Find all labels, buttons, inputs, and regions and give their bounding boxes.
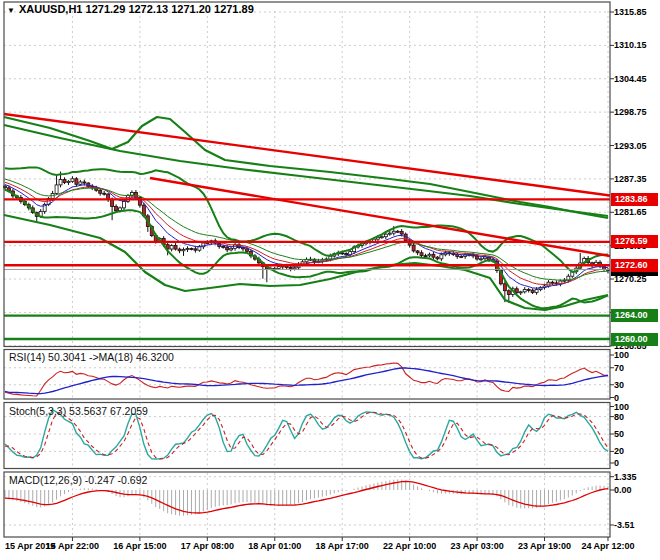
time-axis: 15 Apr 201915 Apr 22:0016 Apr 15:0017 Ap… (5, 537, 635, 551)
price-tick-label: 1281.65 (614, 207, 647, 217)
stoch-tick-label: 0 (614, 458, 619, 468)
macd-tick-label: 1.335 (614, 472, 637, 482)
support-level-badge: 1260.00 (611, 333, 658, 346)
time-tick-label: 24 Apr 12:00 (581, 541, 634, 551)
ohlc-readout: 1271.29 1272.13 1271.20 1271.89 (86, 3, 254, 15)
resistance-level-badge: 1283.86 (611, 193, 658, 206)
stoch-tick-label: 100 (614, 402, 629, 412)
time-tick-label: 18 Apr 17:00 (316, 541, 369, 551)
stoch-tick-label: 80 (614, 412, 624, 422)
stoch-pane-label: Stoch(5,3,3) 53.5637 67.2059 (9, 405, 148, 417)
macd-tick-label: -3.51 (614, 520, 635, 530)
time-tick-label: 22 Apr 10:00 (383, 541, 436, 551)
symbol-title: ▼XAUUSD,H1 1271.29 1272.13 1271.20 1271.… (7, 3, 254, 15)
trendline-upper-channel-resistance[interactable] (4, 114, 610, 196)
stoch-tick-label: 50 (614, 429, 624, 439)
gridlines (4, 11, 610, 536)
dropdown-arrow-icon[interactable]: ▼ (7, 6, 15, 15)
rsi-tick-label: 70 (614, 363, 624, 373)
symbol-period-label: XAUUSD,H1 (19, 3, 83, 15)
support-level-badge: 1264.00 (611, 309, 658, 322)
macd-pane-label: MACD(12,26,9) -0.247 -0.692 (9, 474, 147, 486)
time-tick-label: 23 Apr 19:00 (518, 541, 571, 551)
rsi-tick-label: 30 (614, 380, 624, 390)
price-tick-label: 1293.05 (614, 141, 647, 151)
stoch-tick-label: 20 (614, 446, 624, 456)
time-tick-label: 18 Apr 01:00 (248, 541, 301, 551)
price-tick-label: 1298.75 (614, 107, 647, 117)
macd-tick-label: 0.00 (614, 485, 632, 495)
price-tick-label: 1315.85 (614, 7, 647, 17)
rsi-pane-label: RSI(14) 50.3041 ->MA(18) 46.3200 (9, 351, 174, 363)
price-tick-label: 1304.45 (614, 74, 647, 84)
rsi-ma-line (5, 368, 608, 394)
rsi-tick-label: 100 (614, 350, 629, 360)
time-tick-label: 15 Apr 22:00 (46, 541, 99, 551)
resistance-level-badge: 1276.59 (611, 235, 658, 248)
price-tick-label: 1287.35 (614, 174, 647, 184)
price-tick-label: 1310.15 (614, 40, 647, 50)
time-tick-label: 17 Apr 08:00 (181, 541, 234, 551)
resistance-level-badge: 1272.60 (611, 259, 658, 272)
time-tick-label: 23 Apr 03:00 (450, 541, 503, 551)
chart-window: 1315.851310.151304.451298.751293.051287.… (0, 0, 660, 560)
time-tick-label: 16 Apr 15:00 (113, 541, 166, 551)
